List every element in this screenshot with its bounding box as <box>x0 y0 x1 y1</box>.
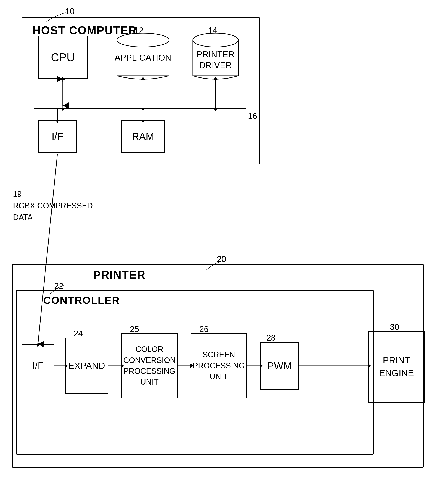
ref-24: 24 <box>74 329 83 338</box>
bus-line <box>34 108 246 109</box>
rgbx-label: 19 RGBX COMPRESSEDDATA <box>13 188 93 223</box>
diagram: 10 HOST COMPUTER CPU 12 14 16 I/F RAM 19… <box>0 0 448 495</box>
pwm-box: PWM <box>260 342 299 390</box>
expand-label: EXPAND <box>68 361 105 371</box>
if-box-host: I/F <box>38 120 77 152</box>
cpu-label: CPU <box>51 51 75 64</box>
ref-28: 28 <box>266 333 275 343</box>
ref-22: 22 <box>54 281 63 291</box>
if-box-printer: I/F <box>22 344 54 387</box>
screen-processing-label: SCREENPROCESSINGUNIT <box>191 348 246 384</box>
ref-30: 30 <box>390 322 399 332</box>
ref-16: 16 <box>248 111 257 121</box>
if-label-host: I/F <box>52 131 63 142</box>
expand-box: EXPAND <box>65 338 108 394</box>
ref-10: 10 <box>65 6 75 16</box>
ref-14: 14 <box>208 26 217 35</box>
ref-25: 25 <box>130 325 139 334</box>
cpu-box: CPU <box>38 36 88 79</box>
color-conversion-box: COLORCONVERSIONPROCESSINGUNIT <box>121 333 178 398</box>
ram-box: RAM <box>121 120 165 152</box>
controller-label: CONTROLLER <box>43 294 120 306</box>
if-label-printer: I/F <box>32 360 44 372</box>
print-engine-label: PRINTENGINE <box>379 354 414 380</box>
host-computer-label: HOST COMPUTER <box>32 24 137 37</box>
ref-20: 20 <box>217 254 226 264</box>
pwm-label: PWM <box>267 360 292 372</box>
print-engine-box: PRINTENGINE <box>368 331 425 403</box>
printer-label: PRINTER <box>93 268 145 281</box>
color-conversion-label: COLORCONVERSIONPROCESSINGUNIT <box>122 342 177 389</box>
rgbx-text: RGBX COMPRESSEDDATA <box>13 201 93 222</box>
ref-12: 12 <box>134 26 144 35</box>
screen-processing-box: SCREENPROCESSINGUNIT <box>191 333 247 398</box>
ref-26: 26 <box>199 325 208 334</box>
ram-label: RAM <box>132 131 154 142</box>
